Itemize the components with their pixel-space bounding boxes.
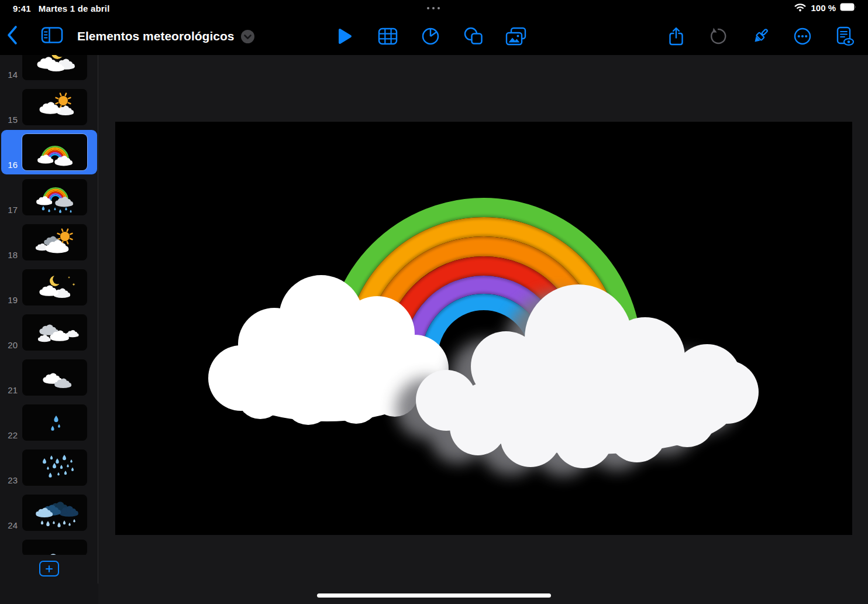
slide-canvas[interactable] xyxy=(115,122,852,535)
toolbar: Elementos meteorológicos xyxy=(0,18,868,55)
slide-thumbnail[interactable] xyxy=(22,134,87,170)
battery-full-icon xyxy=(840,3,856,13)
status-bar: 9:41 Martes 1 de abril 100 % xyxy=(0,0,868,18)
slide-list-item: 20 xyxy=(0,314,98,359)
wifi-icon xyxy=(794,2,807,13)
chevron-left-icon xyxy=(6,25,19,46)
slide-number: 23 xyxy=(0,475,18,485)
slide-list-item: 15 xyxy=(0,89,98,134)
slide-canvas-area xyxy=(98,55,868,604)
insert-shape-button[interactable] xyxy=(461,27,485,46)
slide-list-item: 16 xyxy=(0,134,98,179)
slide-thumbnail[interactable] xyxy=(22,314,87,351)
slide-list-item: 23 xyxy=(0,449,98,495)
slide-number: 16 xyxy=(0,160,18,170)
slide-list-item: 18 xyxy=(0,224,98,269)
slide-thumbnail[interactable] xyxy=(22,179,87,215)
shapes-icon xyxy=(463,27,483,46)
slide-list-item: 24 xyxy=(0,495,98,540)
slide-list-item: 17 xyxy=(0,179,98,224)
more-icon xyxy=(793,27,812,46)
slide-number: 17 xyxy=(0,205,18,215)
slide-list-item: 19 xyxy=(0,269,98,314)
home-indicator[interactable] xyxy=(317,593,551,598)
more-button[interactable] xyxy=(791,27,814,46)
plus-icon xyxy=(45,565,53,573)
undo-button[interactable] xyxy=(707,27,730,46)
view-options-button[interactable] xyxy=(41,26,63,46)
play-icon xyxy=(337,28,353,45)
document-title[interactable]: Elementos meteorológicos xyxy=(77,29,234,43)
battery-percent: 100 % xyxy=(811,3,836,13)
format-button[interactable] xyxy=(749,26,772,46)
slide-thumbnail[interactable] xyxy=(22,224,87,260)
slide-number: 15 xyxy=(0,115,18,125)
undo-icon xyxy=(709,27,728,46)
slide-thumbnail[interactable] xyxy=(22,404,87,441)
media-icon xyxy=(505,27,526,46)
slide-number: 14 xyxy=(0,70,18,80)
share-icon xyxy=(668,26,684,46)
slide-thumbnail[interactable] xyxy=(22,359,87,396)
play-button[interactable] xyxy=(333,28,357,45)
slide-thumbnail[interactable] xyxy=(22,449,87,486)
slide-number: 24 xyxy=(0,520,18,530)
slide-list-item: 22 xyxy=(0,404,98,449)
slide-number: 21 xyxy=(0,385,18,395)
presenter-notes-icon xyxy=(835,26,855,46)
slide-thumbnail[interactable] xyxy=(22,540,87,555)
insert-media-button[interactable] xyxy=(504,27,528,46)
format-brush-icon xyxy=(750,26,770,46)
slide-number: 19 xyxy=(0,295,18,305)
slide-panel-icon xyxy=(41,26,63,44)
slide-number: 20 xyxy=(0,340,18,350)
slide-navigator: 1415161718192021222324 xyxy=(0,55,98,604)
slide-list-item: 21 xyxy=(0,359,98,404)
title-menu-button[interactable] xyxy=(241,30,254,43)
slide-list-item xyxy=(0,540,98,555)
presenter-notes-button[interactable] xyxy=(833,26,856,46)
slide-thumbnail[interactable] xyxy=(22,55,87,80)
insert-table-button[interactable] xyxy=(376,28,399,45)
share-button[interactable] xyxy=(664,26,688,46)
slide-thumbnail[interactable] xyxy=(22,89,87,125)
slide-number: 18 xyxy=(0,250,18,260)
slide-thumbnail[interactable] xyxy=(22,269,87,306)
add-slide-button[interactable] xyxy=(39,561,59,576)
chevron-down-icon xyxy=(241,30,254,43)
table-icon xyxy=(378,28,398,45)
insert-chart-button[interactable] xyxy=(419,27,442,46)
status-date: Martes 1 de abril xyxy=(39,4,110,13)
back-button[interactable] xyxy=(6,25,19,48)
status-time: 9:41 xyxy=(13,4,31,13)
slide-number: 22 xyxy=(0,430,18,440)
slide-thumbnail[interactable] xyxy=(22,495,87,531)
pie-chart-icon xyxy=(421,27,440,46)
multitasking-dots-icon[interactable] xyxy=(427,7,440,9)
slide-list-item: 14 xyxy=(0,55,98,89)
